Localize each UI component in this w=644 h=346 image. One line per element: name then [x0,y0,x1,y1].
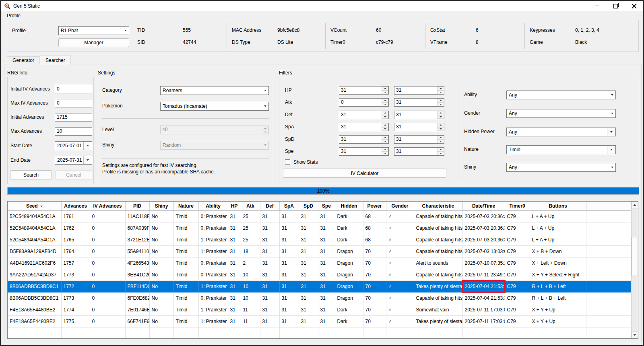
cell-pid[interactable]: 6FE0E682 [125,292,149,304]
restore-button[interactable] [606,1,625,11]
cell-characteristic[interactable]: Alert to sounds [414,257,462,269]
spd-min-spinbox[interactable]: 31 [339,135,389,144]
cell-power[interactable]: 70 [363,281,386,292]
cell-hidden[interactable]: Dark [335,211,363,222]
chevron-down-icon[interactable] [607,128,615,136]
cell-ability[interactable]: 1: Prankster [198,281,228,292]
cell-gender[interactable]: ♂ [386,246,414,257]
cell-hp[interactable]: 31 [228,222,241,234]
cell-timer0[interactable]: C79 [505,281,530,292]
table-row[interactable]: 52C5489404A54C1A17620687A039FNoTimid0: P… [8,222,631,234]
spin-up-icon[interactable] [382,86,388,91]
cell-timer0[interactable]: C79 [505,211,530,222]
cell-spa[interactable]: 31 [279,246,299,257]
column-header-buttons[interactable]: Buttons [530,202,586,211]
minimize-button[interactable] [588,1,606,11]
column-header-spd[interactable]: SpD [299,202,318,211]
cell-iv-advances[interactable]: 0 [90,304,125,316]
spin-up-icon[interactable] [382,136,388,140]
cell-date-time[interactable]: 2025-07-03 13:03:08 [462,246,505,257]
cell-nature[interactable]: Timid [173,211,198,222]
column-header-timer0[interactable]: Timer0 [505,202,530,211]
cell-pid[interactable]: 11AC118F [125,211,149,222]
cell-hidden[interactable]: Dragon [335,246,363,257]
cell-pid[interactable]: FBF114D0 [125,281,149,292]
spe-min-spinbox[interactable]: 31 [339,147,389,156]
ability-dropdown[interactable]: Any [506,91,616,99]
cell-date-time[interactable]: 2025-07-03 20:36:30 [462,222,505,234]
column-header-hp[interactable]: HP [228,202,241,211]
cell-hidden[interactable]: Dragon [335,269,363,281]
cell-spe[interactable]: 31 [318,211,335,222]
cell-ability[interactable]: 0: Prankster [198,292,228,304]
column-header-spa[interactable]: SpA [279,202,299,211]
cell-spd[interactable]: 31 [299,234,318,246]
cell-gender[interactable]: ♂ [386,257,414,269]
column-header-atk[interactable]: Atk [241,202,260,211]
spin-down-icon[interactable] [437,152,444,156]
cell-buttons[interactable]: L + A + Up [530,211,586,222]
cell-spe[interactable]: 31 [318,269,335,281]
cell-iv-advances[interactable]: 0 [90,316,125,327]
table-row[interactable]: D5F83A9A129AF34D1764055A94110NoTimid1: P… [8,246,631,257]
spin-up-icon[interactable] [437,86,444,91]
manager-button[interactable]: Manager [58,38,129,47]
cell-iv-advances[interactable]: 0 [90,292,125,304]
column-header-ability[interactable]: Ability [198,202,228,211]
spin-down-icon[interactable] [382,115,388,119]
cell-seed[interactable]: 8B06ADBB5C3BD8C1 [8,292,61,304]
cell-spa[interactable]: 31 [279,222,299,234]
def-min-spinbox[interactable]: 31 [339,111,389,119]
spin-down-icon[interactable] [437,115,444,119]
cell-spe[interactable]: 31 [318,292,335,304]
cell-shiny[interactable]: No [149,281,173,292]
spin-down-icon[interactable] [437,140,444,144]
column-header-shiny[interactable]: Shiny [149,202,173,211]
cell-date-time[interactable]: 2025-07-04 21:53:36 [462,292,505,304]
spa-max-spinbox[interactable]: 31 [394,123,444,131]
cell-date-time[interactable]: 2025-07-03 20:36:30 [462,211,505,222]
cell-hp[interactable]: 31 [228,257,241,269]
cell-def[interactable]: 31 [260,304,279,316]
cell-def[interactable]: 31 [260,281,279,292]
cell-atk[interactable]: 10 [241,281,260,292]
cell-characteristic[interactable]: Capable of taking hits [414,246,462,257]
cell-shiny[interactable]: No [149,304,173,316]
cell-spd[interactable]: 31 [299,281,318,292]
cell-atk[interactable]: 25 [241,222,260,234]
spin-up-icon[interactable] [382,123,388,127]
cell-hp[interactable]: 31 [228,292,241,304]
initial-advances-input[interactable]: 1715 [55,113,92,122]
cell-advances[interactable]: 1775 [61,316,90,327]
cell-timer0[interactable]: C79 [505,269,530,281]
table-row[interactable]: 8B06ADBB5C3BD8C117720FBF114D0NoTimid1: P… [8,281,631,292]
cell-def[interactable]: 31 [260,269,279,281]
cell-hp[interactable]: 31 [228,281,241,292]
cell-def[interactable]: 31 [260,246,279,257]
cell-power[interactable]: 70 [363,246,386,257]
atk-max-spinbox[interactable]: 31 [394,98,444,107]
spin-up-icon[interactable] [382,99,388,103]
spin-up-icon[interactable] [437,136,444,140]
max-advances-input[interactable]: 10 [55,127,92,136]
cell-spa[interactable]: 31 [279,292,299,304]
column-header-date-time[interactable]: Date/Time [462,202,505,211]
cell-hp[interactable]: 31 [228,246,241,257]
cell-ability[interactable]: 1: Prankster [198,234,228,246]
cell-spe[interactable]: 31 [318,246,335,257]
cell-shiny[interactable]: No [149,316,173,327]
cell-power[interactable]: 70 [363,304,386,316]
gender-dropdown[interactable]: Any [506,109,616,118]
shiny-dropdown[interactable]: Any [506,163,616,172]
cell-seed[interactable]: A4D416921AC602F6 [8,257,61,269]
cell-gender[interactable]: ♂ [386,281,414,292]
cell-hp[interactable]: 31 [228,316,241,327]
cell-date-time[interactable]: 2025-07-03 20:36:30 [462,234,505,246]
cell-atk[interactable]: 11 [241,304,260,316]
cell-timer0[interactable]: C79 [505,304,530,316]
column-header-advances[interactable]: Advances [61,202,90,211]
cell-nature[interactable]: Timid [173,281,198,292]
cell-shiny[interactable]: No [149,234,173,246]
cell-timer0[interactable]: C79 [505,292,530,304]
cell-characteristic[interactable]: Capable of taking hits [414,234,462,246]
